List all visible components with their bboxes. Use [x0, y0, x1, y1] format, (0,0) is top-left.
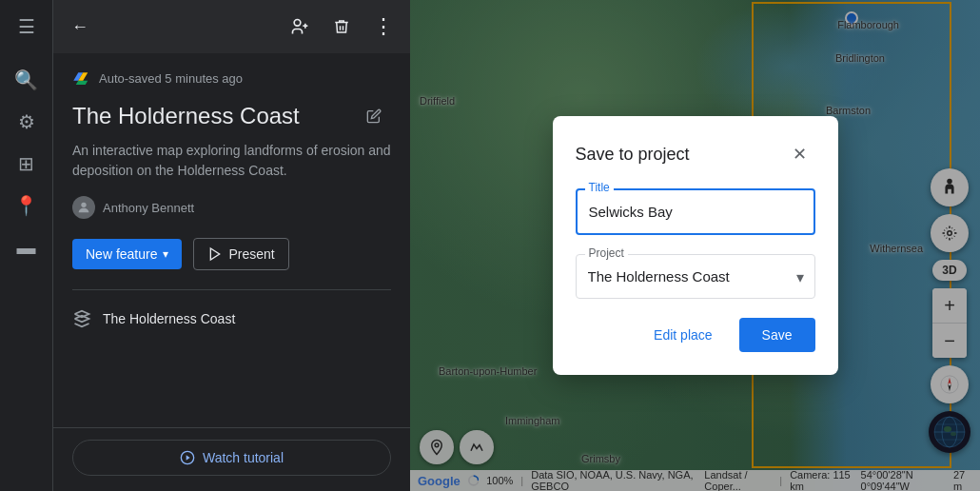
layer-name: The Holderness Coast — [103, 311, 235, 326]
layer-row[interactable]: The Holderness Coast — [72, 302, 391, 336]
watch-tutorial-label: Watch tutorial — [203, 450, 284, 465]
project-field: Project The Holderness Coast ▾ — [576, 254, 815, 299]
sidebar-topbar: ← ⋮ — [53, 0, 410, 53]
svg-point-0 — [294, 20, 301, 27]
pencil-icon — [366, 108, 382, 124]
sidebar: ← ⋮ — [53, 0, 410, 491]
menu-icon: ☰ — [18, 15, 35, 38]
menu-button[interactable]: ☰ — [8, 8, 46, 46]
add-person-icon — [290, 17, 309, 36]
project-field-label: Project — [585, 246, 628, 260]
delete-icon — [333, 18, 350, 35]
close-icon: ✕ — [793, 144, 807, 165]
new-feature-button[interactable]: New feature ▾ — [72, 239, 182, 269]
divider — [72, 289, 391, 290]
topbar-actions: ⋮ — [281, 8, 402, 46]
layer-icon — [72, 309, 91, 328]
google-drive-icon — [72, 69, 91, 88]
dialog-close-button[interactable]: ✕ — [785, 139, 815, 169]
play-circle-icon — [180, 450, 195, 465]
more-icon: ⋮ — [373, 16, 394, 37]
pin-button[interactable]: 📍 — [8, 187, 46, 225]
new-feature-label: New feature — [86, 246, 157, 262]
dropdown-arrow-icon: ▾ — [163, 247, 168, 261]
title-field-label: Title — [585, 181, 614, 194]
svg-marker-4 — [211, 248, 220, 260]
view-icon: ⊞ — [18, 152, 34, 175]
ruler-icon: ▬ — [17, 237, 36, 259]
svg-point-3 — [81, 203, 86, 207]
present-button[interactable]: Present — [193, 238, 288, 270]
dialog-header: Save to project ✕ — [576, 139, 815, 169]
action-row: New feature ▾ Present — [72, 238, 391, 270]
search-icon: 🔍 — [14, 69, 38, 91]
view-button[interactable]: ⊞ — [8, 145, 46, 183]
dialog-title: Save to project — [576, 145, 690, 165]
pin-icon: 📍 — [14, 194, 38, 217]
sidebar-bottom: Watch tutorial — [53, 427, 410, 491]
author-row: Anthony Bennett — [72, 196, 391, 219]
map-area[interactable]: Flamborough Bridlington Driffield Barmst… — [410, 0, 980, 491]
autosave-text: Auto-saved 5 minutes ago — [99, 71, 243, 86]
more-options-button[interactable]: ⋮ — [364, 8, 402, 46]
layers-button[interactable]: ⚙ — [8, 103, 46, 141]
save-button[interactable]: Save — [739, 318, 815, 352]
autosave-row: Auto-saved 5 minutes ago — [72, 69, 391, 88]
title-field: Title — [576, 188, 815, 235]
search-button[interactable]: 🔍 — [8, 61, 46, 99]
add-collaborator-button[interactable] — [281, 8, 319, 46]
ruler-button[interactable]: ▬ — [8, 228, 46, 266]
avatar — [72, 196, 95, 219]
present-icon — [207, 246, 223, 262]
watch-tutorial-button[interactable]: Watch tutorial — [72, 440, 391, 476]
project-select[interactable]: The Holderness Coast — [576, 254, 815, 299]
title-input[interactable] — [576, 188, 815, 235]
author-name: Anthony Bennett — [103, 201, 194, 215]
svg-marker-6 — [186, 455, 190, 460]
user-avatar-icon — [76, 200, 91, 215]
map-title-row: The Holderness Coast — [72, 99, 391, 133]
edit-title-button[interactable] — [357, 99, 391, 133]
map-title: The Holderness Coast — [72, 103, 300, 129]
sidebar-content: Auto-saved 5 minutes ago The Holderness … — [53, 53, 410, 427]
dialog-overlay: Save to project ✕ Title Project The Hold… — [410, 0, 980, 491]
edit-place-button[interactable]: Edit place — [638, 318, 727, 352]
present-label: Present — [228, 246, 274, 262]
map-description: An interactive map exploring landforms o… — [72, 141, 391, 181]
delete-button[interactable] — [323, 8, 361, 46]
back-button[interactable]: ← — [61, 8, 99, 46]
dialog-actions: Edit place Save — [576, 318, 815, 352]
back-icon: ← — [71, 17, 88, 37]
save-to-project-dialog: Save to project ✕ Title Project The Hold… — [553, 116, 838, 375]
left-navigation: ☰ 🔍 ⚙ ⊞ 📍 ▬ — [0, 0, 53, 491]
layers-icon: ⚙ — [18, 110, 35, 133]
